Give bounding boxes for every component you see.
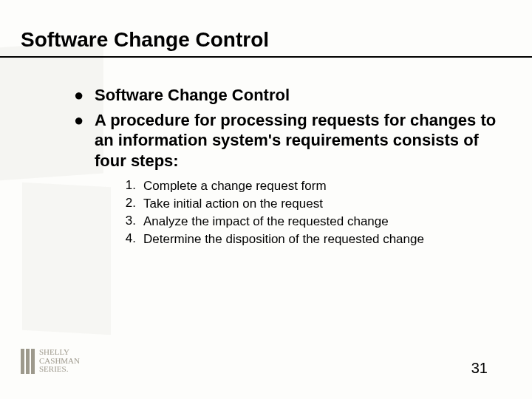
content-area: ● Software Change Control ● A procedure … [74,85,502,249]
list-text: Complete a change request form [143,178,327,194]
list-item: 2. Take initial action on the request [115,196,502,212]
logo-text: SHELLY CASHMAN SERIES. [39,348,80,374]
bullet-text: Software Change Control [95,85,290,106]
list-text: Take initial action on the request [143,196,323,212]
list-text: Determine the disposition of the request… [143,231,424,248]
bullet-glyph: ● [74,110,95,131]
list-number: 2. [115,196,143,211]
list-number: 3. [115,214,143,228]
title-bar: Software Change Control [0,28,532,58]
page-number: 31 [471,360,488,377]
publisher-logo: SHELLY CASHMAN SERIES. [21,348,80,374]
list-number: 1. [115,178,143,193]
bullet-text: A procedure for processing requests for … [95,110,502,171]
bullet-item: ● Software Change Control [74,85,502,106]
bullet-glyph: ● [74,85,95,106]
list-text: Analyze the impact of the requested chan… [143,214,389,230]
logo-line: SERIES. [39,365,80,374]
page-title: Software Change Control [0,28,532,56]
list-item: 4. Determine the disposition of the requ… [115,231,502,248]
numbered-list: 1. Complete a change request form 2. Tak… [115,178,502,248]
bullet-item: ● A procedure for processing requests fo… [74,110,502,171]
list-item: 1. Complete a change request form [115,178,502,194]
list-item: 3. Analyze the impact of the requested c… [115,214,502,230]
logo-bars-icon [21,349,35,374]
list-number: 4. [115,231,143,246]
